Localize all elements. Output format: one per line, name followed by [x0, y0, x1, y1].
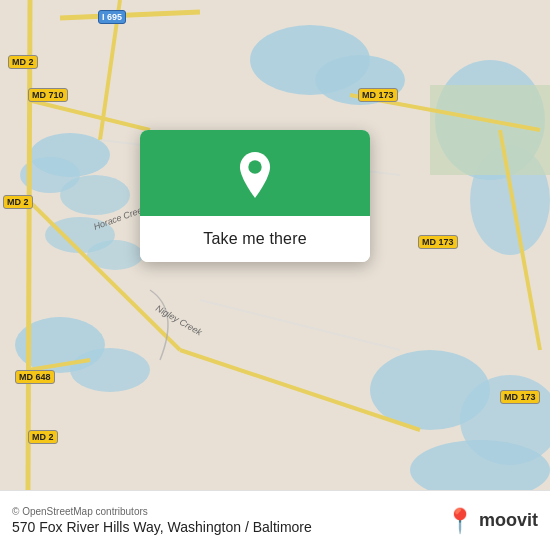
svg-point-29 — [248, 160, 261, 173]
popup-header — [140, 130, 370, 216]
road-badge-md2-top: MD 2 — [8, 55, 38, 69]
popup-card: Take me there — [140, 130, 370, 262]
bottom-bar: © OpenStreetMap contributors 570 Fox Riv… — [0, 490, 550, 550]
moovit-brand-text: moovit — [479, 510, 538, 531]
road-badge-i695: I 695 — [98, 10, 126, 24]
road-badge-md710: MD 710 — [28, 88, 68, 102]
map-container: Horace Creek Nigley Creek I 695 MD 2 MD … — [0, 0, 550, 490]
road-badge-md173-right: MD 173 — [418, 235, 458, 249]
location-pin-icon — [232, 152, 278, 198]
moovit-pin-icon: 📍 — [445, 507, 475, 535]
road-badge-md648: MD 648 — [15, 370, 55, 384]
road-badge-md2-mid: MD 2 — [3, 195, 33, 209]
svg-line-17 — [28, 0, 30, 490]
take-me-there-button[interactable]: Take me there — [140, 216, 370, 262]
svg-point-9 — [70, 348, 150, 392]
road-badge-md173-bottom: MD 173 — [500, 390, 540, 404]
svg-point-7 — [60, 175, 130, 215]
copyright-text: © OpenStreetMap contributors — [12, 506, 435, 517]
road-badge-md173-top: MD 173 — [358, 88, 398, 102]
address-text: 570 Fox River Hills Way, Washington / Ba… — [12, 519, 435, 535]
moovit-logo: 📍 moovit — [445, 507, 538, 535]
road-badge-md2-bottom: MD 2 — [28, 430, 58, 444]
